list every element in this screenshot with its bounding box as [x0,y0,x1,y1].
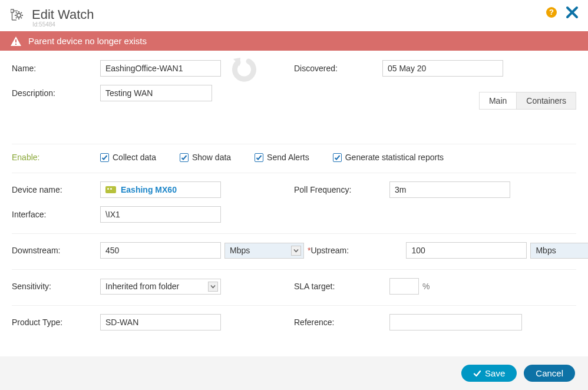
svg-line-9 [16,12,16,13]
device-name-label: Device name: [12,185,100,194]
name-input[interactable] [100,60,221,77]
send-alerts-label: Send Alerts [267,153,309,162]
generate-reports-checkbox[interactable]: Generate statistical reports [333,153,444,162]
svg-line-10 [21,18,22,18]
chevron-down-icon [291,246,301,256]
sla-target-label: SLA target: [294,282,389,291]
sensitivity-value: Inherited from folder [105,282,179,291]
warning-icon [11,37,21,46]
product-type-input[interactable] [100,314,221,330]
svg-line-11 [16,18,16,18]
dialog-title: Edit Watch [32,7,94,22]
sensitivity-label: Sensitivity: [12,282,100,291]
edit-watch-dialog: Edit Watch Id:55484 ? Parent device no l… [0,0,588,390]
cancel-button-label: Cancel [536,368,563,378]
device-name-field[interactable]: Eashing MX60 [100,181,221,198]
send-alerts-checkbox[interactable]: Send Alerts [255,153,309,162]
product-type-label: Product Type: [12,318,100,327]
downstream-label: Downstream: [12,246,100,255]
description-input[interactable] [100,85,212,101]
downstream-input[interactable] [100,242,221,259]
sensitivity-select[interactable]: Inherited from folder [100,279,221,295]
interface-label: Interface: [12,210,100,219]
reference-label: Reference: [294,318,389,327]
sla-target-input[interactable] [389,278,419,295]
alert-text: Parent device no longer exists [28,36,147,46]
interface-input[interactable] [100,206,221,223]
title-block: Edit Watch Id:55484 [32,7,94,28]
poll-frequency-label: Poll Frequency: [294,185,389,194]
close-icon[interactable] [566,6,579,21]
upstream-unit-value: Mbps [536,246,556,255]
help-icon[interactable]: ? [546,6,557,20]
cancel-button[interactable]: Cancel [524,365,575,382]
titlebar: Edit Watch Id:55484 ? [0,0,588,31]
discovered-label: Discovered: [294,64,382,73]
name-label: Name: [12,64,100,73]
chevron-down-icon [208,282,218,292]
form-area: Main Containers Name: Discovered: Descri… [0,51,588,356]
check-icon [473,369,481,378]
poll-frequency-input[interactable] [389,181,510,198]
watch-gear-icon [11,8,26,24]
save-button-label: Save [485,368,505,378]
device-name-link[interactable]: Eashing MX60 [121,185,177,194]
downstream-unit-value: Mbps [230,246,250,255]
upstream-input[interactable] [406,242,527,259]
svg-line-12 [21,12,22,13]
upstream-unit-select[interactable]: Mbps [530,243,588,259]
downstream-unit-select[interactable]: Mbps [224,243,304,259]
collect-data-checkbox[interactable]: Collect data [100,153,156,162]
collect-data-label: Collect data [113,153,156,162]
discovered-input[interactable] [382,60,503,77]
show-data-label: Show data [192,153,231,162]
alert-banner: Parent device no longer exists [0,31,588,51]
reference-input[interactable] [389,314,522,330]
description-label: Description: [12,88,100,98]
upstream-label: Upstream: [310,246,406,255]
svg-rect-18 [15,44,16,45]
generate-reports-label: Generate statistical reports [345,153,444,162]
device-icon [105,186,116,193]
dialog-footer: Save Cancel [0,356,588,390]
svg-rect-0 [11,9,14,12]
show-data-checkbox[interactable]: Show data [180,153,231,162]
save-button[interactable]: Save [461,365,517,382]
svg-point-4 [17,14,21,18]
enable-label: Enable: [12,153,100,162]
percent-symbol: % [422,282,430,291]
svg-rect-17 [15,39,16,42]
svg-text:?: ? [549,8,554,16]
